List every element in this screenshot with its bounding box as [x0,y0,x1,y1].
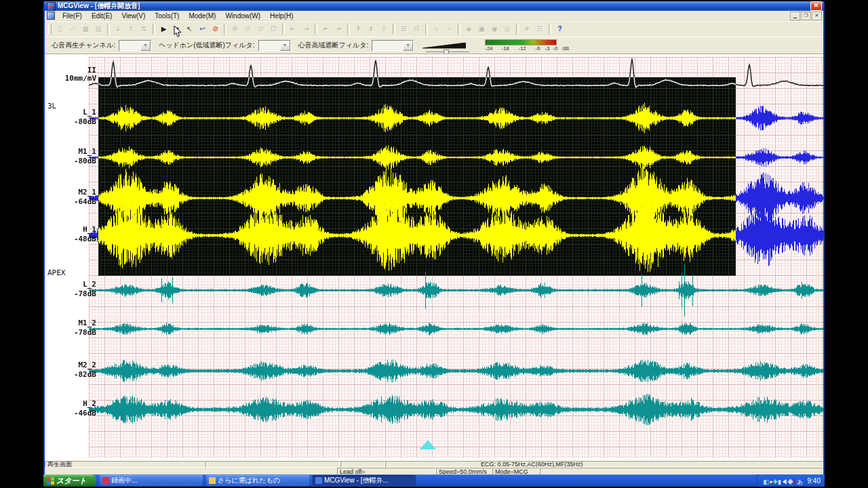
channel-down-icon[interactable]: ⇟ [365,23,378,35]
zoom-in-icon[interactable]: ⊕ [229,23,241,35]
menu-item-window[interactable]: Window(W) [220,12,265,20]
taskbar-task[interactable]: 録画中... [100,475,203,486]
abort-icon[interactable]: ⊘ [209,23,222,35]
page-last-icon[interactable]: ⇥ [300,23,313,35]
play-icon[interactable]: ▶ [157,23,170,35]
channel-name-label: M2_2 [49,361,96,369]
usb-icon[interactable]: ◆ [787,479,793,485]
system-tray: ◧●✚▮◀◆●あ 9:40 [757,474,825,487]
meter-tick: -18 [501,45,509,52]
status-bar-top: 再生画面 ECG: 0.05-75Hz,AC(60Hz),MF(35Hz) [45,461,823,468]
gain-minus-icon[interactable]: ⊟ [410,23,423,35]
toolbar-grip[interactable] [48,24,52,35]
list-icon[interactable]: ☰ [534,23,547,35]
menu-item-tools[interactable]: Tools(T) [150,12,184,20]
toolbar-separator [107,24,110,35]
folder-icon [209,477,216,484]
taskbar-clock: 9:40 [808,477,821,485]
waveform-workspace: II10mm/mV3LAPEXL_1-80dBM1_1-80dBM2_1-64d… [45,54,823,461]
meter-tick: -24 [485,45,493,52]
audio-icon[interactable]: ◀ [781,479,787,485]
taskbar-task[interactable]: MCGView - [僧帽弁... [313,475,416,486]
print-icon[interactable]: ▥ [92,23,105,35]
channel-name-label: L_1 [49,108,96,117]
mcgview-icon [315,477,322,484]
toolbar-separator [282,24,285,35]
menu-item-mode[interactable]: Mode(M) [184,12,220,20]
chevron-down-icon: ▼ [280,41,290,51]
menu-item-view[interactable]: View(V) [117,12,150,20]
close-icon[interactable]: ✕ [810,1,822,11]
status-mode-panel: 再生画面 [45,461,205,468]
export-down-icon[interactable]: ⇓ [112,23,125,35]
settings-icon[interactable]: ✳ [521,23,534,35]
meter-tick: -3 [545,45,549,52]
close-icon[interactable]: ✕ [812,12,822,20]
refresh-icon[interactable]: ⇅ [138,23,151,35]
channel-gain-label: -80dB [49,118,96,126]
zoom-reset-icon[interactable]: ⊙ [254,23,267,35]
channel-gain-label: -64dB [49,198,96,206]
zoom-out-icon[interactable]: ⊖ [241,23,254,35]
toolbar-separator [347,24,350,35]
export-up-icon[interactable]: ⇑ [125,23,138,35]
save-icon[interactable]: ▦ [79,23,92,35]
toolbar-separator [393,24,395,35]
gain-plus-icon[interactable]: ⊞ [397,23,410,35]
pointer-icon[interactable]: ↖ [183,23,196,35]
windows-logo-icon [47,477,54,485]
menu-item-help[interactable]: Help(H) [265,12,298,20]
play-channel-select[interactable]: ▼ [119,40,151,52]
channel-name-label: M2_1 [49,188,96,197]
mouse-cursor [174,26,182,37]
new-icon[interactable]: ▯ [54,23,66,35]
display-icon[interactable]: ◧ [763,479,769,485]
page-first-icon[interactable]: ⇤ [287,23,300,35]
sensor-group-label: APEX [47,268,66,277]
playback-position-marker[interactable] [420,440,436,449]
annotate-icon[interactable]: ▣ [475,23,488,35]
volume-wedge-icon [422,43,466,49]
channel-up-icon[interactable]: ⇞ [352,23,365,35]
channel-name-label: M1_1 [49,148,96,156]
page-prev-icon[interactable]: ↞ [319,23,332,35]
toolbar-separator [153,24,155,35]
page-next-icon[interactable]: ↠ [332,23,345,35]
mdi-child-icon[interactable] [47,12,55,20]
antivirus-icon[interactable]: ✚ [772,479,778,485]
menu-item-file[interactable]: File(F) [58,12,87,20]
window-title: MCGView - [僧帽弁開放音] [58,1,140,11]
filter-high-icon[interactable]: ≈ [443,23,456,35]
toolbar-separator [425,24,428,35]
ime-icon[interactable]: あ [797,479,803,485]
undo-icon[interactable]: ↩ [196,23,209,35]
menu-item-edit[interactable]: Edit(E) [87,12,117,20]
channel-name-label: H_2 [49,400,96,408]
app-icon [47,2,56,11]
toolbar-separator [224,24,226,35]
start-button[interactable]: スタート [43,474,96,487]
channel-name-label: L_2 [49,281,96,289]
open-icon[interactable]: ▱ [66,23,79,35]
channel-layout-icon[interactable]: ⇳ [378,23,391,35]
waveform-canvas[interactable] [89,57,823,458]
highcut-filter-label: 心音高域遮断フィルタ: [298,41,369,50]
headphone-filter-select[interactable]: ▼ [258,40,291,52]
report-icon[interactable]: ◎ [501,23,514,35]
zoom-region-icon[interactable]: ⊡ [267,23,280,35]
help-icon[interactable]: ? [553,23,566,35]
minimize-icon[interactable]: ▁ [790,12,800,20]
meter-tick: -0 [553,45,557,52]
main-toolbar: ▯▱▦▥⇓⇑⇅▶■↖↩⊘⊕⊖⊙⊡⇤⇥↞↠⇞⇟⇳⊞⊟∿≈◈▣◉◎✳☰? [45,21,823,37]
marker-icon[interactable]: ◉ [488,23,501,35]
ecg-scale-label: 10mm/mV [49,75,96,83]
taskbar: スタート 録画中...さらに選ばれたものMCGView - [僧帽弁... ◧●… [43,474,825,487]
filter-low-icon[interactable]: ∿ [430,23,443,35]
measure-icon[interactable]: ◈ [462,23,475,35]
channel-gain-label: -80dB [49,157,96,165]
toolbar-separator [315,24,317,35]
restore-icon[interactable]: ❐ [801,12,811,20]
title-bar[interactable]: MCGView - [僧帽弁開放音] ✕ [45,1,823,11]
highcut-filter-select[interactable]: ▼ [372,40,414,52]
taskbar-task[interactable]: さらに選ばれたもの [206,475,309,486]
